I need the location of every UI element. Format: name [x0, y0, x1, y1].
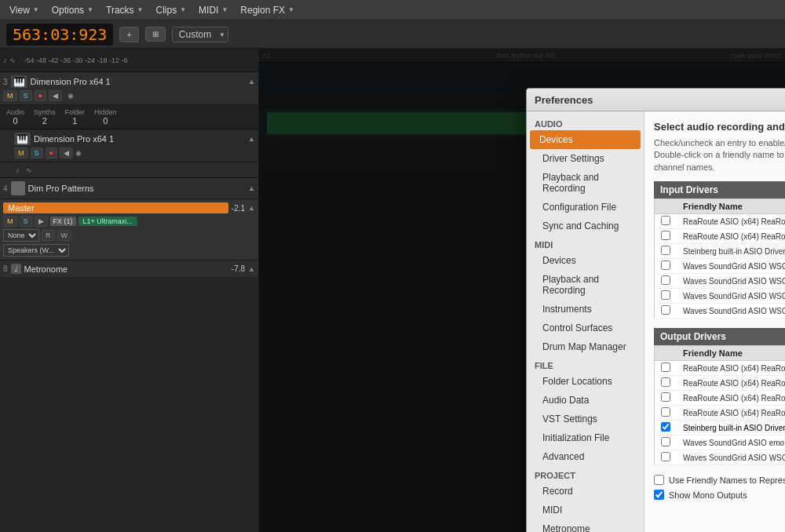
- master-w[interactable]: W: [57, 230, 72, 241]
- output-driver-friendly-4: Steinberg built-in ASIO Driver Speak...: [677, 421, 785, 435]
- track-sub-expand[interactable]: ▲: [248, 135, 255, 143]
- custom-dropdown[interactable]: Custom: [172, 27, 228, 42]
- input-driver-cb-4[interactable]: [661, 275, 670, 285]
- nav-item-playback-recording-audio[interactable]: Playback and Recording: [527, 168, 644, 198]
- master-plugin[interactable]: L1+ Ultramaxi...: [78, 217, 137, 226]
- master-play[interactable]: ▶: [35, 216, 48, 227]
- option-row-1: Use Friendly Names to Represent Audio Dr…: [654, 475, 785, 485]
- output-drivers-tbody: ReaRoute ASIO (x64) ReaRoute Clie... 9+1…: [655, 361, 786, 465]
- output-driver-cb-4[interactable]: [661, 422, 670, 432]
- master-track: Master -2.1 ▲ M S ▶ FX (1) L1+ Ultramaxi…: [0, 199, 258, 261]
- output-driver-row-2: ReaRoute ASIO (x64) ReaRoute Clie... 13+…: [655, 391, 786, 406]
- nav-item-metronome[interactable]: Metronome: [527, 519, 644, 532]
- input-driver-friendly-3: Waves SoundGrid ASIO WSG Y-16...: [677, 259, 785, 274]
- master-expand[interactable]: ▲: [248, 204, 255, 212]
- nav-item-advanced[interactable]: Advanced: [527, 447, 644, 466]
- track-3-solo[interactable]: S: [20, 90, 32, 101]
- output-driver-cb-2[interactable]: [661, 392, 670, 402]
- preferences-dialog: Preferences × Audio Devices Driver Setti…: [526, 88, 785, 532]
- master-r[interactable]: R: [42, 230, 55, 241]
- output-driver-friendly-2: ReaRoute ASIO (x64) ReaRoute Clie...: [677, 391, 785, 406]
- metronome-expand[interactable]: ▲: [248, 265, 255, 273]
- nav-item-init-file[interactable]: Initialization File: [527, 428, 644, 447]
- track-sub-solo[interactable]: S: [31, 148, 43, 159]
- nav-item-record[interactable]: Record: [527, 482, 644, 501]
- master-value: -2.1: [232, 204, 245, 213]
- master-solo[interactable]: S: [20, 216, 32, 227]
- track-3-name: Dimension Pro x64 1: [31, 77, 246, 86]
- nav-item-folder-locations[interactable]: Folder Locations: [527, 372, 644, 391]
- menu-clips[interactable]: Clips ▼: [149, 3, 192, 17]
- nav-item-devices-audio[interactable]: Devices: [530, 130, 641, 149]
- nav-item-midi-project[interactable]: MIDI: [527, 501, 644, 519]
- output-driver-cb-5[interactable]: [661, 437, 670, 446]
- master-send-select[interactable]: None: [3, 229, 39, 242]
- menu-tracks[interactable]: Tracks ▼: [100, 3, 149, 17]
- output-driver-cb-1[interactable]: [661, 377, 670, 387]
- nav-item-audio-data[interactable]: Audio Data: [527, 391, 644, 410]
- option2-checkbox[interactable]: [654, 490, 664, 500]
- nav-item-devices-midi[interactable]: Devices: [527, 251, 644, 270]
- nav-item-control-surfaces[interactable]: Control Surfaces: [527, 319, 644, 337]
- metronome-value: -7.8: [232, 264, 245, 273]
- output-driver-cb-6[interactable]: [661, 452, 670, 461]
- input-driver-cb-3[interactable]: [661, 261, 670, 270]
- input-driver-cb-5[interactable]: [661, 290, 670, 300]
- nav-item-driver-settings[interactable]: Driver Settings: [527, 149, 644, 168]
- nav-item-vst-settings[interactable]: VST Settings: [527, 410, 644, 428]
- master-fx[interactable]: FX (1): [50, 217, 76, 226]
- track-3-expand[interactable]: ▲: [248, 78, 255, 86]
- track-sub-mute[interactable]: M: [14, 148, 28, 159]
- output-driver-row-3: ReaRoute ASIO (x64) ReaRoute Clie... 15+…: [655, 406, 786, 421]
- input-drivers-table: Friendly Name Driver Name ReaRoute ASIO …: [654, 199, 785, 319]
- input-driver-cb-0[interactable]: [661, 216, 670, 225]
- option1-checkbox[interactable]: [654, 475, 664, 485]
- transport-bar: 563:03:923 + ⊞ Custom: [0, 20, 785, 49]
- output-th-friendly: Friendly Name: [677, 346, 785, 361]
- output-driver-row-0: ReaRoute ASIO (x64) ReaRoute Clie... 9+1…: [655, 361, 786, 376]
- nav-item-instruments[interactable]: Instruments: [527, 300, 644, 319]
- input-driver-row-6: Waves SoundGrid ASIO WSG Y-16... 7+8: Wa…: [655, 304, 786, 319]
- input-driver-friendly-2: Steinberg built-in ASIO Driver Line In..…: [677, 244, 785, 259]
- speakers-select[interactable]: Speakers (W...: [3, 244, 69, 257]
- nav-item-config-file[interactable]: Configuration File: [527, 198, 644, 217]
- menu-view[interactable]: View ▼: [3, 3, 46, 17]
- master-label: Master: [3, 202, 228, 213]
- metronome-num: 8: [3, 264, 8, 273]
- nav-item-playback-recording-midi[interactable]: Playback and Recording: [527, 270, 644, 300]
- output-drivers-header: Output Drivers: [654, 328, 785, 345]
- output-driver-cb-3[interactable]: [661, 407, 670, 417]
- input-driver-row-4: Waves SoundGrid ASIO WSG Y-16... 3+4: Wa…: [655, 274, 786, 289]
- track-3-mute[interactable]: M: [3, 90, 17, 101]
- nav-item-sync-caching[interactable]: Sync and Caching: [527, 217, 644, 235]
- input-th-check: [655, 199, 677, 214]
- track-sub-rec[interactable]: ●: [46, 148, 57, 159]
- track-sub-play[interactable]: ◀: [60, 148, 73, 159]
- input-driver-cb-1[interactable]: [661, 231, 670, 240]
- output-driver-friendly-6: Waves SoundGrid ASIO WSG Y-16...: [677, 450, 785, 465]
- metronome-icon: ♩: [11, 264, 21, 274]
- menu-bar: View ▼ Options ▼ Tracks ▼ Clips ▼ MIDI ▼…: [0, 0, 785, 20]
- menu-midi[interactable]: MIDI ▼: [192, 3, 234, 17]
- input-driver-friendly-6: Waves SoundGrid ASIO WSG Y-16...: [677, 304, 785, 319]
- track-3-play[interactable]: ◀: [49, 90, 62, 101]
- master-mute[interactable]: M: [3, 216, 17, 227]
- transport-extra-btn[interactable]: ⊞: [145, 27, 166, 42]
- output-driver-cb-0[interactable]: [661, 363, 670, 372]
- track-3-num: 3: [3, 78, 8, 86]
- track-4-expand[interactable]: ▲: [248, 184, 255, 192]
- input-driver-cb-6[interactable]: [661, 305, 670, 315]
- menu-region-fx[interactable]: Region FX ▼: [234, 3, 301, 17]
- input-driver-cb-2[interactable]: [661, 246, 670, 255]
- input-drivers-section: Input Drivers Friendly Name Driver Name: [654, 181, 785, 319]
- track-sub-icon: 🎹: [14, 133, 31, 145]
- menu-options[interactable]: Options ▼: [46, 3, 100, 17]
- metronome-track: 8 ♩ Metronome -7.8 ▲: [0, 261, 258, 277]
- track-sub-level: ◉: [75, 149, 82, 157]
- nav-item-drum-map[interactable]: Drum Map Manager: [527, 337, 644, 356]
- track-3-rec[interactable]: ●: [35, 90, 46, 101]
- input-drivers-header: Input Drivers: [654, 181, 785, 199]
- add-track-button[interactable]: +: [119, 27, 138, 42]
- input-driver-friendly-0: ReaRoute ASIO (x64) ReaRoute ASIO...: [677, 214, 785, 229]
- output-drivers-table: Friendly Name Driver Name ReaRoute ASIO …: [654, 345, 785, 465]
